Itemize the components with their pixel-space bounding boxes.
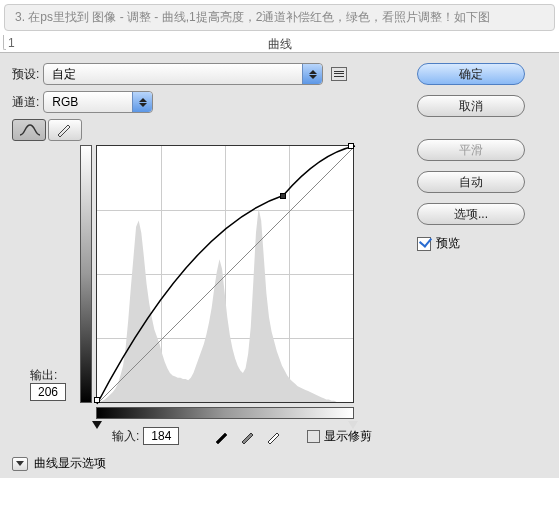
channel-select[interactable]: RGB xyxy=(43,91,153,113)
tab-number: 1 xyxy=(8,36,15,50)
horizontal-gradient xyxy=(96,407,354,419)
curve-tool-button[interactable] xyxy=(12,119,46,141)
preview-checkbox[interactable] xyxy=(417,237,431,251)
black-point-slider[interactable] xyxy=(92,421,102,429)
plot-area[interactable] xyxy=(96,145,354,403)
pencil-icon xyxy=(56,123,74,137)
curve-icon xyxy=(18,123,40,137)
ok-button[interactable]: 确定 xyxy=(417,63,525,85)
chevron-updown-icon xyxy=(302,64,322,84)
channel-row: 通道: RGB xyxy=(12,91,392,113)
pencil-tool-button[interactable] xyxy=(48,119,82,141)
cancel-button[interactable]: 取消 xyxy=(417,95,525,117)
preset-menu-icon[interactable] xyxy=(331,67,347,81)
input-label: 输入: xyxy=(112,428,139,445)
preset-select[interactable]: 自定 xyxy=(43,63,323,85)
show-clipping-checkbox[interactable] xyxy=(307,430,320,443)
curve-line xyxy=(97,146,355,404)
vertical-gradient xyxy=(80,145,92,403)
preview-label: 预览 xyxy=(436,235,460,252)
eyedropper-black-icon[interactable] xyxy=(213,427,231,445)
auto-button[interactable]: 自动 xyxy=(417,171,525,193)
preset-label: 预设: xyxy=(12,66,39,83)
show-clipping-label: 显示修剪 xyxy=(324,428,372,445)
dialog-title: 曲线 xyxy=(268,36,292,53)
eyedropper-white-icon[interactable] xyxy=(265,427,283,445)
eyedropper-gray-icon[interactable] xyxy=(239,427,257,445)
smooth-button[interactable]: 平滑 xyxy=(417,139,525,161)
tab-strip: 1 曲线 xyxy=(0,35,559,53)
input-value[interactable]: 184 xyxy=(143,427,179,445)
options-button[interactable]: 选项... xyxy=(417,203,525,225)
white-point-slider[interactable] xyxy=(348,421,358,429)
output-label: 输出: xyxy=(30,367,57,384)
curve-options-disclosure[interactable] xyxy=(12,457,28,471)
curve-endpoint-white[interactable] xyxy=(348,143,354,149)
curve-options-label: 曲线显示选项 xyxy=(34,455,106,472)
output-value[interactable]: 206 xyxy=(30,383,66,401)
curves-graph[interactable]: 输出: 206 xyxy=(12,145,382,423)
channel-label: 通道: xyxy=(12,94,39,111)
chevron-updown-icon xyxy=(132,92,152,112)
preset-value: 自定 xyxy=(52,66,76,83)
curve-control-point[interactable] xyxy=(280,193,286,199)
preset-row: 预设: 自定 xyxy=(12,63,392,85)
instruction-text: 3. 在ps里找到 图像 - 调整 - 曲线,1提高亮度，2通道补偿红色，绿色，… xyxy=(4,4,555,31)
channel-value: RGB xyxy=(52,95,78,109)
curve-endpoint-black[interactable] xyxy=(94,397,100,403)
